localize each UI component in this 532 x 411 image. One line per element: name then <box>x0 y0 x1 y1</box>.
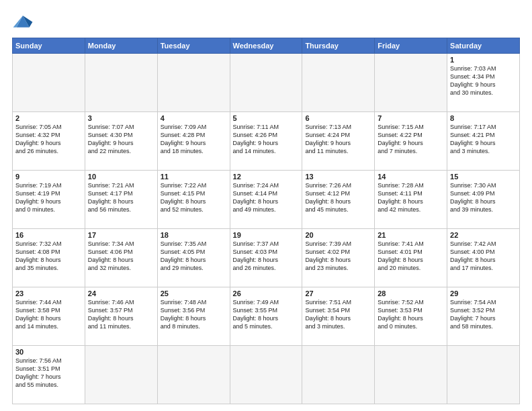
calendar-cell: 4Sunrise: 7:09 AMSunset: 4:28 PMDaylight… <box>157 112 230 171</box>
day-info: Sunrise: 7:13 AMSunset: 4:24 PMDaylight:… <box>305 123 371 156</box>
week-row-2: 9Sunrise: 7:19 AMSunset: 4:19 PMDaylight… <box>13 171 520 229</box>
day-number: 4 <box>161 114 227 122</box>
calendar-cell: 11Sunrise: 7:22 AMSunset: 4:15 PMDayligh… <box>157 171 230 229</box>
day-info: Sunrise: 7:09 AMSunset: 4:28 PMDaylight:… <box>161 123 227 156</box>
day-number: 19 <box>233 231 300 239</box>
day-info: Sunrise: 7:39 AMSunset: 4:02 PMDaylight:… <box>305 240 371 273</box>
day-info: Sunrise: 7:22 AMSunset: 4:15 PMDaylight:… <box>161 181 227 214</box>
calendar-cell: 3Sunrise: 7:07 AMSunset: 4:30 PMDaylight… <box>85 112 157 171</box>
col-header-sunday: Sunday <box>13 38 85 54</box>
calendar-cell: 14Sunrise: 7:28 AMSunset: 4:11 PMDayligh… <box>375 171 447 229</box>
day-number: 12 <box>233 173 300 181</box>
day-number: 22 <box>450 231 517 239</box>
day-number: 13 <box>305 173 371 181</box>
calendar-cell <box>157 346 230 404</box>
day-info: Sunrise: 7:44 AMSunset: 3:58 PMDaylight:… <box>15 298 82 331</box>
logo <box>12 12 36 31</box>
day-info: Sunrise: 7:41 AMSunset: 4:01 PMDaylight:… <box>378 240 444 273</box>
calendar-cell <box>302 54 375 112</box>
day-info: Sunrise: 7:19 AMSunset: 4:19 PMDaylight:… <box>15 181 82 214</box>
day-info: Sunrise: 7:54 AMSunset: 3:52 PMDaylight:… <box>450 298 517 331</box>
week-row-3: 16Sunrise: 7:32 AMSunset: 4:08 PMDayligh… <box>13 229 520 287</box>
calendar-header-row: SundayMondayTuesdayWednesdayThursdayFrid… <box>13 38 520 54</box>
day-info: Sunrise: 7:15 AMSunset: 4:22 PMDaylight:… <box>378 123 444 156</box>
day-number: 28 <box>378 289 444 298</box>
page: SundayMondayTuesdayWednesdayThursdayFrid… <box>0 0 532 411</box>
day-info: Sunrise: 7:34 AMSunset: 4:06 PMDaylight:… <box>88 240 154 273</box>
week-row-0: 1Sunrise: 7:03 AMSunset: 4:34 PMDaylight… <box>13 54 520 112</box>
day-info: Sunrise: 7:28 AMSunset: 4:11 PMDaylight:… <box>378 181 444 214</box>
day-info: Sunrise: 7:56 AMSunset: 3:51 PMDaylight:… <box>15 357 82 390</box>
calendar-cell <box>230 346 302 404</box>
day-number: 29 <box>450 289 517 298</box>
day-info: Sunrise: 7:51 AMSunset: 3:54 PMDaylight:… <box>305 298 371 331</box>
day-number: 27 <box>305 289 371 298</box>
day-number: 3 <box>88 114 154 122</box>
day-number: 14 <box>378 173 444 181</box>
day-info: Sunrise: 7:21 AMSunset: 4:17 PMDaylight:… <box>88 181 154 214</box>
col-header-monday: Monday <box>85 38 157 54</box>
calendar-cell: 18Sunrise: 7:35 AMSunset: 4:05 PMDayligh… <box>157 229 230 287</box>
calendar-cell <box>375 346 447 404</box>
calendar-cell <box>157 54 230 112</box>
calendar-cell: 24Sunrise: 7:46 AMSunset: 3:57 PMDayligh… <box>85 287 157 346</box>
calendar-cell: 28Sunrise: 7:52 AMSunset: 3:53 PMDayligh… <box>375 287 447 346</box>
day-info: Sunrise: 7:03 AMSunset: 4:34 PMDaylight:… <box>450 64 517 97</box>
logo-icon <box>12 12 34 31</box>
week-row-5: 30Sunrise: 7:56 AMSunset: 3:51 PMDayligh… <box>13 346 520 404</box>
calendar-cell <box>302 346 375 404</box>
day-info: Sunrise: 7:48 AMSunset: 3:56 PMDaylight:… <box>161 298 227 331</box>
day-number: 18 <box>161 231 227 239</box>
day-info: Sunrise: 7:24 AMSunset: 4:14 PMDaylight:… <box>233 181 300 214</box>
col-header-thursday: Thursday <box>302 38 375 54</box>
day-number: 30 <box>15 348 82 356</box>
day-number: 10 <box>88 173 154 181</box>
col-header-friday: Friday <box>375 38 447 54</box>
day-number: 26 <box>233 289 300 298</box>
day-info: Sunrise: 7:46 AMSunset: 3:57 PMDaylight:… <box>88 298 154 331</box>
calendar-cell: 26Sunrise: 7:49 AMSunset: 3:55 PMDayligh… <box>230 287 302 346</box>
day-number: 23 <box>15 289 82 298</box>
day-info: Sunrise: 7:49 AMSunset: 3:55 PMDaylight:… <box>233 298 300 331</box>
week-row-1: 2Sunrise: 7:05 AMSunset: 4:32 PMDaylight… <box>13 112 520 171</box>
day-info: Sunrise: 7:52 AMSunset: 3:53 PMDaylight:… <box>378 298 444 331</box>
day-info: Sunrise: 7:32 AMSunset: 4:08 PMDaylight:… <box>15 240 82 273</box>
calendar-cell: 9Sunrise: 7:19 AMSunset: 4:19 PMDaylight… <box>13 171 85 229</box>
calendar-cell <box>85 346 157 404</box>
calendar-cell: 27Sunrise: 7:51 AMSunset: 3:54 PMDayligh… <box>302 287 375 346</box>
day-number: 16 <box>15 231 82 239</box>
day-info: Sunrise: 7:37 AMSunset: 4:03 PMDaylight:… <box>233 240 300 273</box>
day-info: Sunrise: 7:07 AMSunset: 4:30 PMDaylight:… <box>88 123 154 156</box>
header <box>12 12 520 31</box>
day-number: 25 <box>161 289 227 298</box>
calendar-cell: 30Sunrise: 7:56 AMSunset: 3:51 PMDayligh… <box>13 346 85 404</box>
calendar-cell: 17Sunrise: 7:34 AMSunset: 4:06 PMDayligh… <box>85 229 157 287</box>
day-number: 7 <box>378 114 444 122</box>
col-header-wednesday: Wednesday <box>230 38 302 54</box>
day-number: 6 <box>305 114 371 122</box>
day-number: 5 <box>233 114 300 122</box>
calendar-cell <box>13 54 85 112</box>
calendar-cell <box>230 54 302 112</box>
day-number: 8 <box>450 114 517 122</box>
day-number: 15 <box>450 173 517 181</box>
col-header-saturday: Saturday <box>447 38 520 54</box>
day-number: 1 <box>450 56 517 64</box>
calendar-cell: 23Sunrise: 7:44 AMSunset: 3:58 PMDayligh… <box>13 287 85 346</box>
calendar-cell: 20Sunrise: 7:39 AMSunset: 4:02 PMDayligh… <box>302 229 375 287</box>
calendar-cell: 25Sunrise: 7:48 AMSunset: 3:56 PMDayligh… <box>157 287 230 346</box>
calendar-cell: 12Sunrise: 7:24 AMSunset: 4:14 PMDayligh… <box>230 171 302 229</box>
day-info: Sunrise: 7:35 AMSunset: 4:05 PMDaylight:… <box>161 240 227 273</box>
calendar-cell: 29Sunrise: 7:54 AMSunset: 3:52 PMDayligh… <box>447 287 520 346</box>
day-number: 9 <box>15 173 82 181</box>
calendar-cell: 13Sunrise: 7:26 AMSunset: 4:12 PMDayligh… <box>302 171 375 229</box>
calendar-cell: 6Sunrise: 7:13 AMSunset: 4:24 PMDaylight… <box>302 112 375 171</box>
calendar-cell: 2Sunrise: 7:05 AMSunset: 4:32 PMDaylight… <box>13 112 85 171</box>
calendar-cell: 21Sunrise: 7:41 AMSunset: 4:01 PMDayligh… <box>375 229 447 287</box>
calendar-cell: 7Sunrise: 7:15 AMSunset: 4:22 PMDaylight… <box>375 112 447 171</box>
week-row-4: 23Sunrise: 7:44 AMSunset: 3:58 PMDayligh… <box>13 287 520 346</box>
calendar-cell: 10Sunrise: 7:21 AMSunset: 4:17 PMDayligh… <box>85 171 157 229</box>
day-info: Sunrise: 7:17 AMSunset: 4:21 PMDaylight:… <box>450 123 517 156</box>
day-info: Sunrise: 7:11 AMSunset: 4:26 PMDaylight:… <box>233 123 300 156</box>
day-number: 2 <box>15 114 82 122</box>
